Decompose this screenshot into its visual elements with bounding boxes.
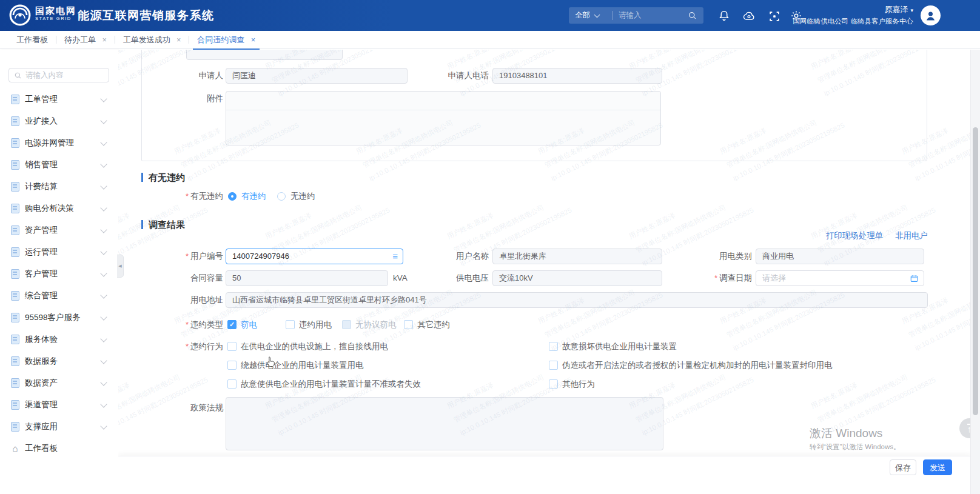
- activate-windows-line2: 转到“设置”以激活 Windows。: [810, 442, 901, 452]
- sidebar-item-service-experience[interactable]: 服务体验: [0, 329, 118, 350]
- global-search[interactable]: 全部 请输入: [569, 7, 703, 24]
- chevron-down-icon: [100, 182, 107, 189]
- chevron-down-icon: [100, 335, 107, 342]
- search-scope-value: 全部: [575, 10, 590, 21]
- sidebar-collapse-handle[interactable]: ◀: [117, 255, 124, 278]
- applicant-phone-label: 申请人电话: [384, 68, 489, 84]
- tab-label: 合同违约调查: [197, 35, 244, 44]
- sidebar-item-comprehensive[interactable]: 综合管理: [0, 285, 118, 307]
- sidebar-item-support-apps[interactable]: 支撑应用: [0, 416, 118, 438]
- chevron-down-icon: [100, 270, 107, 276]
- document-icon: [11, 160, 19, 170]
- user-no-field[interactable]: 1400724907946 ≡: [226, 249, 403, 264]
- calendar-icon[interactable]: [910, 271, 919, 285]
- survey-date-label: *调查日期: [647, 270, 752, 286]
- brand-text: 国家电网 STATE GRID: [35, 5, 76, 21]
- checkbox-behavior-left-2-label[interactable]: 绕越供电企业的用电计量装置用电: [241, 358, 364, 373]
- close-icon[interactable]: ×: [251, 36, 255, 44]
- sidebar-search-input[interactable]: 请输入内容: [8, 68, 109, 82]
- tab-todo-orders[interactable]: 待办工单 ×: [56, 31, 115, 49]
- checkbox-electricity-theft[interactable]: [227, 320, 237, 329]
- sidebar-item-customer[interactable]: 客户管理: [0, 263, 118, 285]
- app-title: 能源互联网营销服务系统: [78, 0, 215, 31]
- bell-icon[interactable]: [717, 9, 731, 22]
- checkbox-contract-breach-usage[interactable]: [286, 320, 295, 329]
- violation-field-label: *有无违约: [118, 189, 223, 204]
- checkbox-behavior-left-3[interactable]: [227, 379, 237, 389]
- sidebar-item-data-service[interactable]: 数据服务: [0, 350, 118, 372]
- close-icon[interactable]: ×: [176, 36, 181, 44]
- chevron-down-icon: [100, 117, 107, 124]
- checkbox-behavior-left-2[interactable]: [227, 361, 237, 370]
- radio-no-violation-label[interactable]: 无违约: [290, 189, 315, 204]
- document-icon: [11, 313, 19, 322]
- checkbox-other-violation[interactable]: [404, 320, 413, 329]
- tab-workboard[interactable]: 工作看板: [8, 31, 56, 49]
- category-field: 商业用电: [756, 249, 924, 264]
- search-icon[interactable]: [688, 11, 697, 20]
- tab-contract-violation-survey[interactable]: 合同违约调查 ×: [189, 31, 263, 49]
- brand-en: STATE GRID: [35, 16, 76, 21]
- checkbox-behavior-left-1[interactable]: [227, 342, 237, 351]
- sidebar-item-data-assets[interactable]: 数据资产: [0, 372, 118, 394]
- radio-has-violation-label[interactable]: 有违约: [241, 189, 266, 204]
- checkbox-behavior-right-1[interactable]: [549, 342, 558, 351]
- sidebar-item-95598-service[interactable]: 95598客户服务: [0, 307, 118, 329]
- sidebar-item-billing[interactable]: 计费结算: [0, 176, 118, 198]
- sidebar-item-sales[interactable]: 销售管理: [0, 154, 118, 176]
- mouse-cursor: [265, 356, 276, 369]
- checkbox-behavior-right-3[interactable]: [549, 379, 558, 389]
- violation-type-label: *违约类型: [118, 317, 223, 333]
- chevron-down-icon: [594, 12, 600, 18]
- avatar[interactable]: [921, 5, 941, 25]
- chevron-down-icon: [100, 401, 107, 407]
- checkbox-contract-breach-usage-label[interactable]: 违约用电: [299, 317, 332, 333]
- radio-has-violation[interactable]: [228, 192, 237, 201]
- search-scope-select[interactable]: 全部: [569, 10, 612, 21]
- applicant-label: 申请人: [118, 68, 223, 84]
- chevron-down-icon: [100, 379, 107, 386]
- close-icon[interactable]: ×: [102, 36, 107, 44]
- document-icon: [11, 400, 19, 410]
- user-block[interactable]: 原嘉泽 ▾ 国网临猗供电公司 临猗县客户服务中心: [743, 5, 913, 25]
- sidebar-item-channel[interactable]: 渠道管理: [0, 394, 118, 416]
- sidebar-item-grid-connection[interactable]: 电源并网管理: [0, 132, 118, 154]
- checkbox-behavior-right-1-label[interactable]: 故意损坏供电企业用电计量装置: [562, 339, 677, 355]
- checkbox-electricity-theft-label[interactable]: 窃电: [241, 317, 257, 333]
- checkbox-other-violation-label[interactable]: 其它违约: [417, 317, 450, 333]
- send-button[interactable]: 发送: [923, 459, 952, 475]
- checkbox-behavior-right-2[interactable]: [549, 361, 558, 370]
- caret-down-icon: ▾: [910, 7, 913, 13]
- sidebar-item-assets[interactable]: 资产管理: [0, 219, 118, 241]
- address-label: 用电地址: [118, 292, 223, 308]
- chevron-down-icon: [100, 204, 107, 211]
- user-org: 国网临猗供电公司 临猗县客户服务中心: [743, 18, 913, 25]
- survey-date-field[interactable]: 请选择: [756, 270, 924, 286]
- chevron-down-icon: [100, 422, 107, 429]
- scrollbar-thumb[interactable]: [973, 127, 978, 415]
- voltage-label: 供电电压: [384, 270, 489, 286]
- checkbox-behavior-left-1-label[interactable]: 在供电企业的供电设施上，擅自接线用电: [241, 339, 388, 355]
- document-icon: [11, 204, 19, 213]
- sidebar-item-work-order[interactable]: 工单管理: [0, 88, 118, 110]
- sidebar-item-expansion-access[interactable]: 业扩接入: [0, 110, 118, 132]
- print-site-sheet-link[interactable]: 打印现场处理单: [826, 231, 884, 240]
- document-icon: [11, 378, 19, 388]
- checkbox-behavior-right-3-label[interactable]: 其他行为: [562, 376, 595, 392]
- sidebar-item-operation[interactable]: 运行管理: [0, 241, 118, 263]
- radio-no-violation[interactable]: [277, 192, 286, 201]
- clipped-top-field: [186, 50, 343, 60]
- sidebar-item-purchase-analysis[interactable]: 购电分析决策: [0, 198, 118, 219]
- save-button[interactable]: 保存: [890, 459, 916, 475]
- violation-behavior-label: *违约行为: [118, 339, 223, 355]
- document-icon: [11, 422, 19, 432]
- result-links: 打印现场处理单 非用电户: [664, 230, 928, 241]
- tab-order-sent[interactable]: 工单发送成功 ×: [115, 31, 189, 49]
- checkbox-behavior-right-2-label[interactable]: 伪造或者开启法定的或者授权的计量检定机构加封的用电计量装置封印用电: [562, 358, 833, 373]
- checkbox-behavior-left-3-label[interactable]: 故意使供电企业的用电计量装置计量不准或者失效: [241, 376, 421, 392]
- non-power-user-link[interactable]: 非用电户: [895, 231, 928, 240]
- sidebar-item-workboard[interactable]: ⌂工作看板: [0, 438, 118, 459]
- sidebar: 请输入内容 工单管理 业扩接入 电源并网管理 销售管理 计费结算 购电分析决策 …: [0, 50, 119, 494]
- document-icon: [11, 291, 19, 301]
- capacity-field: 50: [226, 270, 388, 286]
